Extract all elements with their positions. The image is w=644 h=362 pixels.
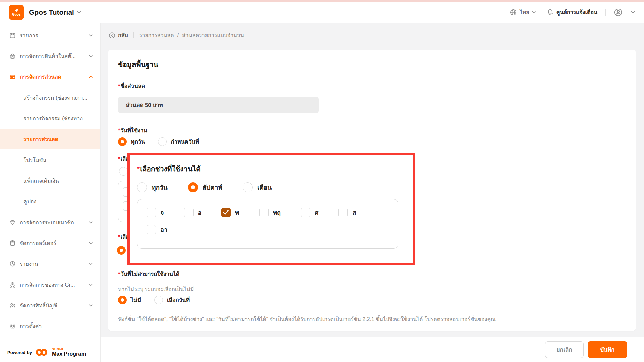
breadcrumb-current: ส่วนลดรายการแบบจำนวน [182, 31, 244, 39]
day-checkbox-item[interactable]: ส [338, 207, 356, 217]
weekday-row-1: จ อ พ พฤ [147, 207, 389, 217]
radio-everyday-selected[interactable] [118, 137, 127, 146]
breadcrumb-divider [133, 32, 134, 38]
circle-back-icon [109, 32, 115, 39]
sidebar-item-label: รายงาน [20, 260, 38, 268]
chevron-up-icon [89, 75, 93, 79]
radio-label: สัปดาห์ [203, 182, 222, 192]
radio-pick-date[interactable] [154, 296, 163, 304]
back-button[interactable]: กลับ [109, 31, 128, 39]
day-label: พ [235, 207, 239, 217]
users-icon [9, 302, 16, 309]
chevron-down-icon [89, 220, 93, 225]
chevron-down-icon [89, 262, 93, 266]
day-label: อา [160, 225, 167, 234]
required-mark: * [118, 127, 120, 133]
radio-label: เลือกวันที่ [167, 296, 190, 304]
usage-date-options: ทุกวัน กำหนดวันที่ [118, 137, 208, 146]
save-button[interactable]: บันทึก [588, 341, 627, 358]
radio-none-selected[interactable] [118, 296, 127, 304]
sidebar-item-topup-package[interactable]: แพ็กเกจเติมเงิน [0, 170, 100, 191]
day-label: พฤ [273, 207, 281, 217]
sidebar-item-activity-list[interactable]: รายการกิจกรรม (ช่องทาง... [0, 108, 100, 129]
sunmi-logo-icon [35, 348, 49, 356]
radio-monthly[interactable] [243, 182, 253, 192]
sidebar-item-label: รายการ [20, 31, 38, 40]
sidebar-item-discount-management[interactable]: การจัดการส่วนลด [0, 66, 100, 87]
back-label: กลับ [118, 31, 128, 39]
day-checkbox[interactable] [338, 208, 348, 217]
version-note: ฟังก์ชั่น "ใช้ได้ตลอด", "ใช้ได้บ้างช่วง"… [118, 315, 623, 323]
radio-label: เดือน [257, 182, 272, 192]
sidebar-item-label: แพ็กเกจเติมเงิน [23, 177, 59, 185]
sidebar-item-reports[interactable]: รายงาน [0, 253, 100, 274]
sidebar-item-discount-list[interactable]: รายการส่วนลด [0, 129, 100, 149]
day-label: อ [198, 207, 202, 217]
radio-weekly-selected[interactable] [188, 182, 198, 192]
language-selector[interactable]: ไทย [509, 8, 536, 16]
unavailable-date-label: *วันที่ไม่สามารถใช้งานได้ [118, 269, 179, 278]
sidebar-item-coupon[interactable]: คูปอง [0, 191, 100, 212]
sidebar-item-channel-management[interactable]: การจัดการช่องทาง Gr... [0, 274, 100, 295]
day-checkbox-item-checked[interactable]: พ [221, 207, 239, 217]
required-mark: * [137, 165, 140, 173]
notification-center[interactable]: ศูนย์การแจ้งเตือน [547, 8, 597, 16]
gpos-logo[interactable]: Gpos [9, 5, 24, 20]
language-label: ไทย [520, 8, 529, 16]
day-checkbox[interactable] [184, 208, 194, 217]
radio-everyday[interactable] [119, 167, 128, 176]
unavailable-date-hint: หากไม่ระบุ ระบบจะเลือกเป็นไม่มี [118, 285, 194, 293]
required-mark: * [118, 83, 120, 89]
list-icon [9, 32, 16, 39]
day-checkbox-item[interactable]: อา [147, 225, 167, 234]
day-checkbox-item[interactable]: อ [184, 207, 202, 217]
usage-date-label: *วันที่ใช้งาน [118, 126, 147, 135]
breadcrumb: กลับ รายการส่วนลด / ส่วนลดรายการแบบจำนวน [109, 31, 244, 39]
sidebar-item-label: การจัดการช่องทาง Gr... [20, 281, 75, 289]
breadcrumb-parent[interactable]: รายการส่วนลด [139, 31, 174, 39]
sidebar-item-promotion[interactable]: โปรโมชั่น [0, 149, 100, 170]
sidebar-nav: รายการ การจัดการสินค้าในสต๊... การจัดการ… [0, 23, 100, 337]
radio-set-date[interactable] [158, 137, 167, 146]
chevron-down-icon [89, 54, 93, 58]
brand-stack: sunmi Max Program [52, 348, 86, 357]
day-checkbox[interactable] [147, 208, 156, 217]
next-field-radio-covered[interactable] [117, 246, 126, 255]
highlight-annotation-box: *เลือกช่วงที่ใช้งานได้ ทุกวัน สัปดาห์ เด… [127, 153, 415, 265]
radio-label: ไม่มี [131, 296, 141, 304]
day-checkbox[interactable] [301, 208, 310, 217]
sidebar-item-settings[interactable]: การตั้งค่า [0, 316, 100, 337]
sunmi-label: sunmi [52, 348, 86, 351]
clipboard-icon [9, 240, 16, 246]
cancel-button[interactable]: ยกเลิก [545, 341, 584, 358]
sidebar-item-membership[interactable]: การจัดการระบบสมาชิก [0, 212, 100, 233]
discount-name-label: *ชื่อส่วนลด [118, 82, 145, 90]
discount-name-input[interactable] [118, 97, 319, 113]
chevron-down-icon [631, 10, 635, 15]
radio-everyday[interactable] [137, 182, 147, 192]
radio-label: ทุกวัน [131, 137, 145, 146]
user-avatar-icon [614, 8, 623, 17]
usable-range-options-covered[interactable] [119, 167, 128, 176]
day-checkbox-checked[interactable] [221, 208, 231, 217]
chevron-down-icon[interactable] [77, 10, 82, 15]
main-content: กลับ รายการส่วนลด / ส่วนลดรายการแบบจำนวน… [101, 23, 644, 362]
account-menu[interactable] [614, 8, 635, 17]
sidebar-item-account-permissions[interactable]: จัดการสิทธิ์บัญชี [0, 295, 100, 316]
day-checkbox[interactable] [259, 208, 269, 217]
chevron-down-icon [89, 303, 93, 308]
radio-selected[interactable] [117, 246, 126, 255]
day-checkbox-item[interactable]: พฤ [259, 207, 281, 217]
powered-by-label: Powered by [7, 350, 32, 355]
globe-icon [509, 9, 517, 16]
sidebar-item-orders[interactable]: จัดการออร์เดอร์ [0, 233, 100, 253]
sidebar: รายการ การจัดการสินค้าในสต๊... การจัดการ… [0, 23, 101, 362]
day-checkbox-item[interactable]: จ [147, 207, 164, 217]
sidebar-item-create-activity[interactable]: สร้างกิจกรรม (ช่องทางภา... [0, 87, 100, 108]
unavailable-date-options: ไม่มี เลือกวันที่ [118, 296, 199, 304]
day-checkbox-item[interactable]: ศ [301, 207, 318, 217]
sidebar-item-items[interactable]: รายการ [0, 25, 100, 46]
day-checkbox[interactable] [147, 225, 156, 234]
sidebar-item-stock[interactable]: การจัดการสินค้าในสต๊... [0, 46, 100, 66]
notification-label: ศูนย์การแจ้งเตือน [556, 8, 597, 16]
